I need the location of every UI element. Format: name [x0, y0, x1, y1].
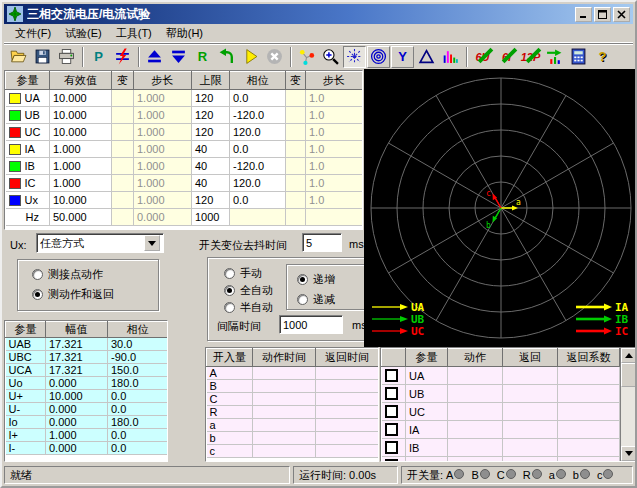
limit-cell[interactable]: 120 — [192, 192, 230, 209]
limit-cell[interactable]: 120 — [192, 107, 230, 124]
output-monitor-button[interactable] — [543, 46, 566, 68]
radio-semi-auto[interactable]: 半自动 — [224, 300, 273, 315]
menu-test[interactable]: 试验(E) — [58, 24, 109, 43]
limit-cell[interactable]: 120 — [192, 124, 230, 141]
radio-icon[interactable] — [32, 269, 43, 280]
scroll-up-button[interactable] — [621, 348, 636, 363]
menu-file[interactable]: 文件(F) — [8, 24, 58, 43]
pstep-cell[interactable]: 1.0 — [306, 175, 363, 192]
rms-cell[interactable]: 10.000 — [50, 124, 112, 141]
start-button[interactable] — [239, 46, 262, 68]
pstep-cell[interactable]: 1.0 — [306, 107, 363, 124]
harmonics-button[interactable] — [439, 46, 462, 68]
help-button[interactable]: ? — [591, 46, 614, 68]
calculator-button[interactable] — [567, 46, 590, 68]
radio-icon[interactable] — [224, 268, 235, 279]
radio-icon[interactable] — [297, 274, 308, 285]
pstep-cell[interactable]: 1.0 — [306, 141, 363, 158]
vary2-cell[interactable] — [286, 192, 306, 209]
radio-contact-action[interactable]: 测接点动作 — [32, 267, 103, 282]
rms-cell[interactable]: 1.000 — [50, 158, 112, 175]
pstep-cell[interactable]: 1.0 — [306, 124, 363, 141]
vary2-cell[interactable] — [286, 175, 306, 192]
vary2-cell[interactable] — [286, 141, 306, 158]
fault-trigger-button[interactable] — [111, 46, 134, 68]
phase-cell[interactable]: 0.0 — [230, 90, 286, 107]
phase-cell[interactable]: 120.0 — [230, 175, 286, 192]
concentric-toggle-button[interactable] — [367, 46, 390, 68]
radio-icon[interactable] — [297, 294, 308, 305]
rms-cell[interactable]: 10.000 — [50, 107, 112, 124]
debounce-input[interactable] — [302, 233, 342, 252]
scroll-thumb[interactable] — [621, 363, 636, 387]
scroll-down-button[interactable] — [621, 446, 636, 461]
rms-cell[interactable]: 1.000 — [50, 175, 112, 192]
phase-cell[interactable]: 120.0 — [230, 124, 286, 141]
save-button[interactable] — [31, 46, 54, 68]
step-cell[interactable]: 0.000 — [134, 209, 192, 226]
vary-cell[interactable] — [112, 107, 134, 124]
phase-cell[interactable]: 0.0 — [230, 141, 286, 158]
reset-button[interactable]: R — [191, 46, 214, 68]
set-6i-button[interactable]: 6I — [495, 46, 518, 68]
limit-cell[interactable]: 40 — [192, 158, 230, 175]
radio-icon[interactable] — [224, 285, 235, 296]
vary-cell[interactable] — [112, 209, 134, 226]
radio-decrement[interactable]: 递减 — [297, 292, 335, 307]
step-cell[interactable]: 1.000 — [134, 192, 192, 209]
vary-cell[interactable] — [112, 90, 134, 107]
step-cell[interactable]: 1.000 — [134, 107, 192, 124]
step-cell[interactable]: 1.000 — [134, 124, 192, 141]
rms-cell[interactable]: 10.000 — [50, 90, 112, 107]
parameter-button[interactable]: P — [87, 46, 110, 68]
vector-view-button[interactable] — [295, 46, 318, 68]
limit-cell[interactable]: 40 — [192, 175, 230, 192]
set-12p-button[interactable]: 12P — [519, 46, 542, 68]
open-file-button[interactable] — [7, 46, 30, 68]
vary-cell[interactable] — [112, 141, 134, 158]
vary-cell[interactable] — [112, 124, 134, 141]
checkbox[interactable] — [385, 441, 398, 454]
ux-mode-select[interactable]: 任意方式 — [36, 233, 164, 253]
maximize-button[interactable] — [594, 7, 611, 22]
vary2-cell[interactable] — [286, 90, 306, 107]
radio-icon[interactable] — [32, 289, 43, 300]
set-6u-button[interactable]: 6U — [471, 46, 494, 68]
radio-manual[interactable]: 手动 — [224, 266, 262, 281]
limit-cell[interactable]: 1000 — [192, 209, 230, 226]
vary-cell[interactable] — [112, 192, 134, 209]
wye-toggle-button[interactable]: Y — [391, 46, 414, 68]
menu-tools[interactable]: 工具(T) — [109, 24, 159, 43]
checkbox[interactable] — [385, 459, 398, 461]
step-cell[interactable]: 1.000 — [134, 175, 192, 192]
vary2-cell[interactable] — [286, 124, 306, 141]
vary-cell[interactable] — [112, 175, 134, 192]
pstep-cell[interactable]: 1.0 — [306, 192, 363, 209]
phase-cell[interactable]: 0.0 — [230, 192, 286, 209]
close-button[interactable] — [613, 7, 630, 22]
radio-action-return[interactable]: 测动作和返回 — [32, 287, 114, 302]
starburst-toggle-button[interactable] — [343, 46, 366, 68]
phase-cell[interactable]: -120.0 — [230, 158, 286, 175]
step-cell[interactable]: 1.000 — [134, 158, 192, 175]
vertical-scrollbar[interactable] — [620, 348, 636, 461]
pstep-cell[interactable]: 1.0 — [306, 90, 363, 107]
checkbox[interactable] — [385, 405, 398, 418]
pstep-cell[interactable]: 1.0 — [306, 158, 363, 175]
limit-cell[interactable]: 120 — [192, 90, 230, 107]
minimize-button[interactable] — [575, 7, 592, 22]
step-cell[interactable]: 1.000 — [134, 90, 192, 107]
vary-cell[interactable] — [112, 158, 134, 175]
print-button[interactable] — [55, 46, 78, 68]
step-up-button[interactable] — [143, 46, 166, 68]
radio-increment[interactable]: 递增 — [297, 272, 335, 287]
radio-icon[interactable] — [224, 302, 235, 313]
phase-cell[interactable]: -120.0 — [230, 107, 286, 124]
stop-button[interactable] — [263, 46, 286, 68]
radio-full-auto[interactable]: 全自动 — [224, 283, 273, 298]
interval-input[interactable] — [279, 315, 343, 334]
checkbox[interactable] — [385, 369, 398, 382]
vary2-cell[interactable] — [286, 107, 306, 124]
rms-cell[interactable]: 10.000 — [50, 192, 112, 209]
step-cell[interactable]: 1.000 — [134, 141, 192, 158]
